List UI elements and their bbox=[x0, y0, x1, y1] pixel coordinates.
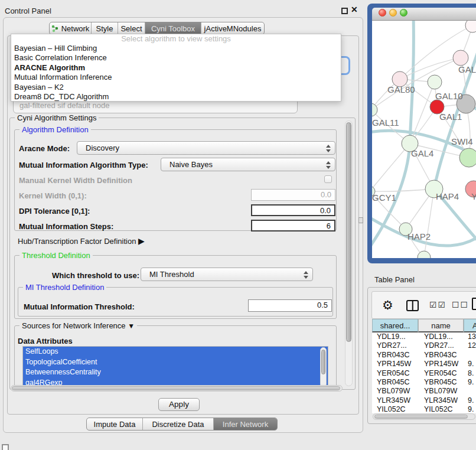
attribute-list-item[interactable]: TopologicalCoefficient bbox=[23, 357, 328, 368]
stepper-arrows-icon bbox=[304, 271, 309, 279]
dropdown-item[interactable]: Bayesian – Hill Climbing bbox=[11, 44, 341, 53]
cell-name: YDL19... bbox=[418, 332, 464, 341]
panel-splitter-handle[interactable] bbox=[358, 217, 363, 223]
scrollbar-thumb[interactable] bbox=[12, 386, 340, 390]
table-row[interactable]: YLR345W YLR345W 9. bbox=[372, 396, 476, 405]
table-horizontal-scrollbar[interactable] bbox=[373, 413, 475, 420]
table-row[interactable]: YBL079W YBL079W bbox=[372, 387, 476, 396]
tab-infer-network[interactable]: Infer Network bbox=[213, 418, 277, 430]
tab-discretize-data-label: Discretize Data bbox=[152, 418, 204, 431]
cell-extra: 12 bbox=[464, 341, 476, 350]
table-row[interactable]: YDR27... YDR27... 12 bbox=[372, 341, 476, 350]
cell-shared-name: YDR27... bbox=[372, 341, 418, 350]
dropdown-prompt: Select algorithm to view settings bbox=[11, 34, 341, 44]
tab-discretize-data[interactable]: Discretize Data bbox=[142, 418, 213, 430]
cell-extra bbox=[464, 387, 476, 396]
stepper-arrows-icon bbox=[326, 161, 331, 169]
scrollbar-thumb[interactable] bbox=[346, 122, 351, 342]
data-attributes-list: SelfLoopsTopologicalCoefficientBetweenne… bbox=[22, 346, 328, 389]
stepper-arrows-icon bbox=[326, 145, 331, 152]
which-threshold-combo[interactable]: MI Threshold bbox=[141, 268, 313, 281]
node-gal10[interactable] bbox=[428, 75, 442, 89]
aracne-mode-value: Discovery bbox=[86, 144, 119, 152]
cell-shared-name: YER054C bbox=[372, 369, 418, 378]
cell-extra: 9. bbox=[464, 378, 476, 387]
dock-panel-icon[interactable] bbox=[2, 444, 9, 450]
columns-icon[interactable] bbox=[406, 300, 419, 311]
aracne-mode-combo[interactable]: Discovery bbox=[77, 141, 335, 155]
node-label: GAL4 bbox=[411, 148, 433, 158]
network-icon bbox=[51, 25, 59, 32]
select-all-icon[interactable]: ☑☑ bbox=[429, 300, 446, 309]
gear-icon[interactable]: ⚙ bbox=[382, 298, 393, 313]
node-label: GAL1 bbox=[439, 112, 462, 122]
settings-vertical-scrollbar[interactable] bbox=[345, 120, 353, 386]
cell-extra: 9. bbox=[464, 360, 476, 369]
mi-threshold-legend: MI Threshold Definition bbox=[23, 283, 106, 292]
cell-extra: 13 bbox=[464, 332, 476, 341]
algorithm-dropdown-list: Select algorithm to view settings Bayesi… bbox=[11, 34, 341, 102]
kernel-width-field[interactable]: 0.0 bbox=[251, 189, 335, 201]
tab-impute-data-label: Impute Data bbox=[94, 418, 136, 431]
minimize-window-icon[interactable] bbox=[389, 9, 397, 17]
dropdown-item[interactable]: Basic Correlation Inference bbox=[11, 53, 341, 63]
cell-name: YER054C bbox=[418, 369, 464, 378]
deselect-all-icon[interactable]: ☐☐ bbox=[452, 300, 469, 309]
network-window-titlebar[interactable] bbox=[372, 8, 476, 21]
tab-impute-data[interactable]: Impute Data bbox=[87, 418, 142, 430]
scrollbar-thumb[interactable] bbox=[374, 415, 468, 419]
dropdown-item[interactable]: Bayesian – K2 bbox=[11, 83, 341, 92]
network-canvas[interactable]: GAL GAL80 GAL10 GAL1 GAL11 SWI4 GAL4 GCY… bbox=[372, 21, 476, 258]
attribute-list-item[interactable]: BetweennessCentrality bbox=[23, 367, 328, 378]
zoom-window-icon[interactable] bbox=[400, 9, 407, 17]
cell-shared-name: YBR043C bbox=[372, 351, 418, 360]
function-builder-icon[interactable] bbox=[472, 298, 476, 310]
tab-cyni-toolbox[interactable]: Cyni Toolbox bbox=[145, 22, 201, 34]
tab-jactivemnodules[interactable]: jActiveMNodules bbox=[201, 22, 264, 34]
hub-section-toggle[interactable]: Hub/Transcription Factor Definition ▶ bbox=[18, 236, 145, 246]
node-swi4[interactable] bbox=[459, 148, 476, 167]
tab-style[interactable]: Style bbox=[91, 22, 118, 34]
mi-steps-label: Mutual Information Steps: bbox=[19, 222, 113, 231]
column-header-partial[interactable]: A bbox=[464, 319, 476, 332]
dpi-tolerance-field[interactable]: 0.0 bbox=[251, 204, 335, 216]
kernel-width-label: Kernel Width (0,1): bbox=[19, 191, 87, 200]
float-window-icon[interactable] bbox=[341, 8, 348, 14]
dropdown-item[interactable]: Mutual Information Inference bbox=[11, 73, 341, 82]
cell-shared-name: YLR345W bbox=[372, 396, 418, 405]
dropdown-item-selected[interactable]: ARACNE Algorithm bbox=[11, 63, 341, 73]
table-body: YDL19... YDL19... 13 YDR27... YDR27... 1… bbox=[372, 332, 476, 413]
attribute-list-item[interactable]: SelfLoops bbox=[23, 347, 328, 357]
tab-network[interactable]: Network bbox=[50, 22, 91, 34]
tab-jactivemnodules-label: jActiveMNodules bbox=[204, 22, 262, 35]
column-header-name[interactable]: name bbox=[418, 319, 464, 332]
settings-horizontal-scrollbar[interactable] bbox=[11, 385, 343, 392]
node-gal-partial[interactable] bbox=[453, 50, 468, 66]
sources-legend[interactable]: Sources for Network Inference ▼ bbox=[19, 321, 137, 330]
cell-shared-name: YBR045C bbox=[372, 378, 418, 387]
column-header-shared-name[interactable]: shared... bbox=[372, 319, 418, 332]
table-row[interactable]: YBR043C YBR043C bbox=[372, 351, 476, 360]
cell-name: YBR043C bbox=[418, 351, 464, 360]
table-row[interactable]: YPR145W YPR145W 9. bbox=[372, 360, 476, 369]
table-row[interactable]: YBR045C YBR045C 9. bbox=[372, 378, 476, 387]
table-row[interactable]: YDL19... YDL19... 13 bbox=[372, 332, 476, 341]
close-icon[interactable]: ✕ bbox=[351, 5, 358, 14]
mi-type-combo[interactable]: Naive Bayes bbox=[161, 158, 335, 171]
tab-select[interactable]: Select bbox=[118, 22, 145, 34]
close-window-icon[interactable] bbox=[379, 9, 386, 17]
cell-name: YLR345W bbox=[418, 396, 464, 405]
dropdown-item[interactable]: Dream8 DC_TDC Algorithm bbox=[11, 92, 341, 102]
cell-shared-name: YDL19... bbox=[372, 332, 418, 341]
apply-button[interactable]: Apply bbox=[158, 398, 200, 411]
mi-steps-field[interactable]: 6 bbox=[251, 220, 335, 231]
manual-kernel-checkbox[interactable] bbox=[324, 175, 332, 183]
node[interactable] bbox=[465, 21, 476, 32]
table-row[interactable]: YIL052C YIL052C 9. bbox=[372, 405, 476, 413]
scrollbar-thumb[interactable] bbox=[321, 350, 325, 374]
attributes-scrollbar[interactable] bbox=[320, 347, 327, 387]
cell-name: YIL052C bbox=[418, 405, 464, 413]
mi-threshold-field[interactable]: 0.5 bbox=[248, 299, 332, 312]
table-row[interactable]: YER054C YER054C 8. bbox=[372, 369, 476, 378]
network-graph: GAL GAL80 GAL10 GAL1 GAL11 SWI4 GAL4 GCY… bbox=[372, 21, 476, 258]
